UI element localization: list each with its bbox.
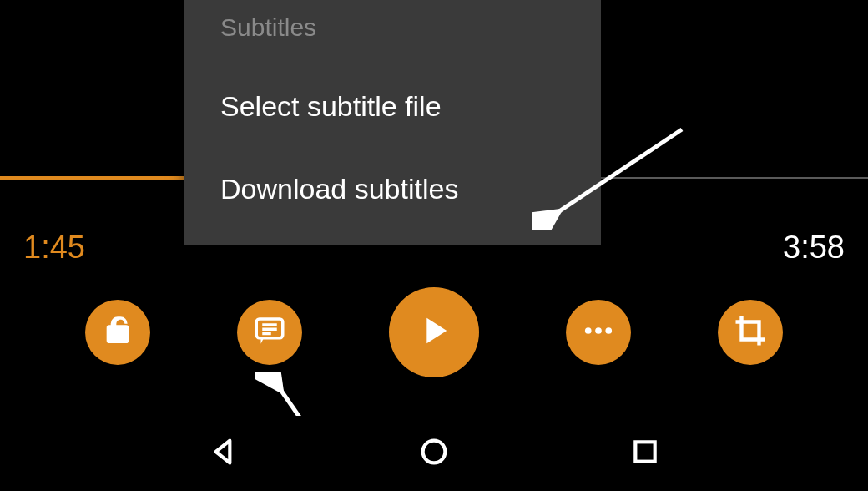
menu-item-select-subtitle-file[interactable]: Select subtitle file xyxy=(184,65,601,148)
square-icon xyxy=(628,457,662,471)
play-button[interactable] xyxy=(389,287,479,377)
crop-icon xyxy=(733,313,768,352)
subtitles-menu: Subtitles Select subtitle file Download … xyxy=(184,0,601,246)
more-horizontal-icon xyxy=(581,313,616,352)
nav-recent-button[interactable] xyxy=(628,435,662,472)
svg-point-5 xyxy=(595,327,602,334)
more-options-button[interactable] xyxy=(566,300,631,365)
subtitles-button[interactable] xyxy=(237,300,302,365)
svg-rect-10 xyxy=(636,442,655,461)
svg-point-4 xyxy=(585,327,592,334)
back-triangle-icon xyxy=(206,457,240,471)
nav-home-button[interactable] xyxy=(417,435,451,472)
crop-button[interactable] xyxy=(718,300,783,365)
current-time: 1:45 xyxy=(23,230,85,266)
android-nav-bar xyxy=(0,416,868,491)
circle-icon xyxy=(417,457,451,471)
svg-point-9 xyxy=(423,441,446,463)
subtitles-menu-header: Subtitles xyxy=(184,7,601,65)
nav-back-button[interactable] xyxy=(206,435,240,472)
speech-bubble-icon xyxy=(252,313,287,352)
total-time: 3:58 xyxy=(783,230,845,266)
lock-button[interactable] xyxy=(85,300,150,365)
menu-item-download-subtitles[interactable]: Download subtitles xyxy=(184,148,601,230)
playback-controls xyxy=(0,287,868,377)
svg-point-6 xyxy=(605,327,612,334)
unlock-icon xyxy=(101,314,134,351)
play-icon xyxy=(412,309,456,356)
